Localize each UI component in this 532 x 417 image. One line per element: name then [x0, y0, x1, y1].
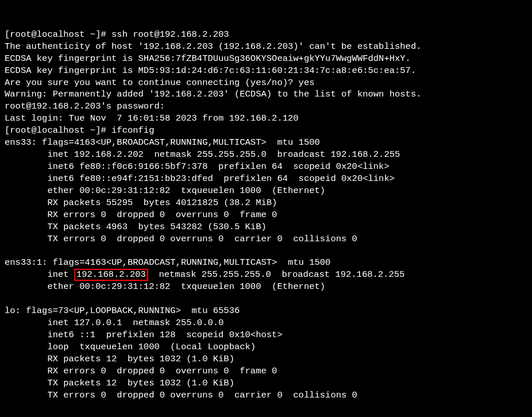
terminal-line: root@192.168.2.203's password: — [5, 101, 165, 111]
terminal-line: inet6 ::1 prefixlen 128 scopeid 0x10<hos… — [5, 330, 283, 340]
terminal-line: Warning: Permanently added '192.168.2.20… — [5, 89, 422, 99]
terminal-line: ECDSA key fingerprint is MD5:93:1d:24:d6… — [5, 65, 416, 76]
terminal-line: ens33:1: flags=4163<UP,BROADCAST,RUNNING… — [5, 257, 330, 268]
terminal-line: ens33: flags=4163<UP,BROADCAST,RUNNING,M… — [5, 137, 320, 148]
terminal-line: ECDSA key fingerprint is SHA256:7fZB4TDU… — [5, 53, 411, 64]
terminal-line: The authenticity of host '192.168.2.203 … — [5, 41, 422, 52]
terminal-line: [root@localhost ~]# ssh root@192.168.2.2… — [5, 29, 229, 40]
terminal-line: RX errors 0 dropped 0 overruns 0 frame 0 — [5, 210, 277, 220]
terminal-line: ether 00:0c:29:31:12:82 txqueuelen 1000 … — [5, 186, 325, 196]
terminal-line: inet 192.168.2.202 netmask 255.255.255.0… — [5, 149, 400, 160]
terminal-line: RX packets 12 bytes 1032 (1.0 KiB) — [5, 354, 234, 364]
terminal-line: ether 00:0c:29:31:12:82 txqueuelen 1000 … — [5, 281, 325, 292]
terminal-line: TX packets 4963 bytes 543282 (530.5 KiB) — [5, 222, 267, 232]
terminal-line: loop txqueuelen 1000 (Local Loopback) — [5, 342, 256, 352]
terminal-line-prefix: inet — [5, 269, 74, 280]
terminal-line: Last login: Tue Nov 7 16:01:58 2023 from… — [5, 113, 299, 123]
terminal-line: RX errors 0 dropped 0 overruns 0 frame 0 — [5, 366, 277, 376]
terminal-line: Are you sure you want to continue connec… — [5, 78, 315, 88]
terminal-line: inet6 fe80::e94f:2151:bb23:dfed prefixle… — [5, 173, 395, 184]
terminal-line: inet 127.0.0.1 netmask 255.0.0.0 — [5, 318, 223, 328]
terminal-line: [root@localhost ~]# ifconfig — [5, 125, 154, 136]
terminal-line: lo: flags=73<UP,LOOPBACK,RUNNING> mtu 65… — [5, 306, 240, 316]
terminal-line-suffix: netmask 255.255.255.0 broadcast 192.168.… — [148, 269, 404, 280]
terminal-line: TX packets 12 bytes 1032 (1.0 KiB) — [5, 378, 234, 388]
terminal-line: TX errors 0 dropped 0 overruns 0 carrier… — [5, 390, 357, 400]
highlighted-ip: 192.168.2.203 — [74, 269, 148, 281]
terminal-line: RX packets 55295 bytes 40121825 (38.2 Mi… — [5, 198, 277, 208]
terminal-line: TX errors 0 dropped 0 overruns 0 carrier… — [5, 234, 357, 244]
terminal-line: inet6 fe80::f0c6:9166:5bf7:378 prefixlen… — [5, 161, 390, 172]
